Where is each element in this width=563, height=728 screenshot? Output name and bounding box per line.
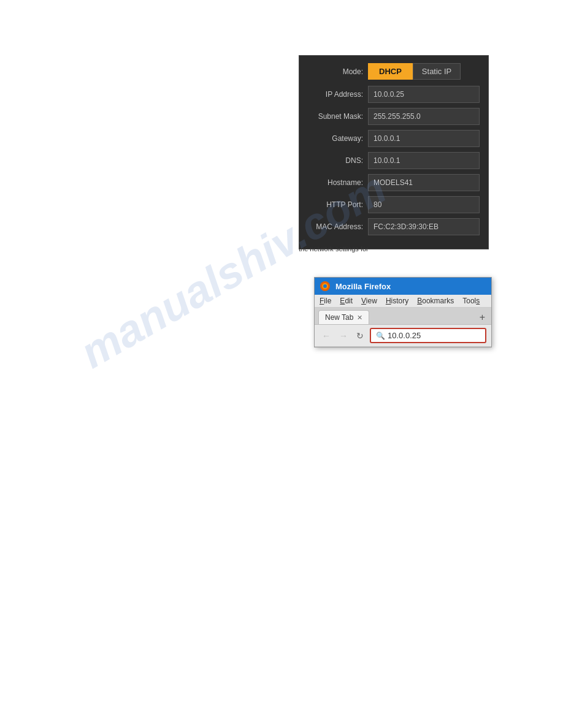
field-input-6[interactable] <box>368 218 480 235</box>
forward-button[interactable]: → <box>337 330 350 342</box>
field-label-2: Gateway: <box>308 134 363 143</box>
field-label-4: Hostname: <box>308 178 363 187</box>
new-tab-button[interactable]: + <box>477 312 488 323</box>
address-search-icon: 🔍 <box>376 332 385 340</box>
field-input-4[interactable] <box>368 174 480 191</box>
tab-label: New Tab <box>325 313 353 322</box>
back-button[interactable]: ← <box>320 330 333 342</box>
field-label-3: DNS: <box>308 156 363 165</box>
firefox-menubar: File Edit View History Bookmarks Tools <box>315 295 491 308</box>
firefox-tab-bar: New Tab ✕ + <box>315 308 491 325</box>
field-rows-container: IP Address:Subnet Mask:Gateway:DNS:Hostn… <box>308 86 480 235</box>
tab-close-button[interactable]: ✕ <box>357 314 362 322</box>
menu-tools[interactable]: Tools <box>462 297 480 305</box>
address-bar[interactable]: 🔍 10.0.0.25 <box>370 328 486 343</box>
menu-history[interactable]: History <box>386 297 408 305</box>
mode-row: Mode: DHCP Static IP <box>308 63 480 80</box>
field-input-0[interactable] <box>368 86 480 103</box>
field-input-3[interactable] <box>368 152 480 169</box>
menu-file[interactable]: File <box>320 297 331 305</box>
menu-view[interactable]: View <box>361 297 377 305</box>
field-label-0: IP Address: <box>308 90 363 99</box>
new-tab[interactable]: New Tab ✕ <box>318 310 369 324</box>
static-ip-button[interactable]: Static IP <box>413 63 461 80</box>
field-row-0: IP Address: <box>308 86 480 103</box>
reload-button[interactable]: ↻ <box>354 330 366 342</box>
mode-label: Mode: <box>308 67 363 76</box>
field-label-5: HTTP Port: <box>308 200 363 209</box>
field-label-1: Subnet Mask: <box>308 112 363 121</box>
menu-bookmarks[interactable]: Bookmarks <box>417 297 454 305</box>
dhcp-button[interactable]: DHCP <box>368 63 413 80</box>
svg-point-2 <box>323 284 327 288</box>
field-row-3: DNS: <box>308 152 480 169</box>
field-label-6: MAC Address: <box>308 222 363 231</box>
field-row-4: Hostname: <box>308 174 480 191</box>
mode-buttons: DHCP Static IP <box>368 63 461 80</box>
field-row-1: Subnet Mask: <box>308 108 480 125</box>
firefox-title: Mozilla Firefox <box>335 282 486 291</box>
firefox-toolbar: ← → ↻ 🔍 10.0.0.25 <box>315 325 491 347</box>
menu-edit[interactable]: Edit <box>340 297 353 305</box>
address-text: 10.0.0.25 <box>388 331 421 340</box>
field-input-2[interactable] <box>368 130 480 147</box>
field-row-6: MAC Address: <box>308 218 480 235</box>
network-config-panel: Mode: DHCP Static IP IP Address:Subnet M… <box>299 55 489 249</box>
firefox-logo-icon <box>320 281 331 292</box>
firefox-window: Mozilla Firefox File Edit View History B… <box>314 277 492 347</box>
bg-text-line: the network settings for <box>299 245 369 252</box>
field-row-5: HTTP Port: <box>308 196 480 213</box>
field-input-1[interactable] <box>368 108 480 125</box>
field-row-2: Gateway: <box>308 130 480 147</box>
field-input-5[interactable] <box>368 196 480 213</box>
firefox-titlebar: Mozilla Firefox <box>315 278 491 295</box>
